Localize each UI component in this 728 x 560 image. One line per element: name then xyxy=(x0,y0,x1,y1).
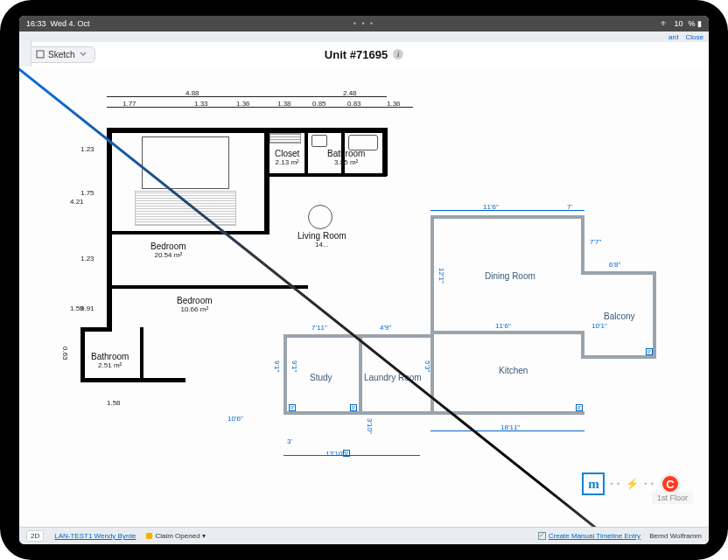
dimB: 13'10" xyxy=(326,450,345,458)
room-balcony: Balcony xyxy=(604,312,635,321)
bed-icon xyxy=(142,136,229,189)
room-bath2: Bathroom2.51 m² xyxy=(91,352,129,369)
room-dining: Dining Room xyxy=(485,271,536,281)
footer-bar: 2D LAN-TEST1 Wendy Byrde Claim Opened ▾ … xyxy=(19,527,709,544)
dimB: 5'3" xyxy=(424,360,431,372)
statusbar-date: Wed 4. Oct xyxy=(51,19,90,28)
dimB: 3' xyxy=(287,438,292,445)
sketch-label: Sketch xyxy=(48,50,75,60)
checkbox-icon xyxy=(538,532,546,540)
connector-dots-icon: • • xyxy=(610,480,620,488)
room-study: Study xyxy=(310,373,332,382)
dim: 0.91 xyxy=(80,304,94,312)
timeline-entry-link[interactable]: Create Manual Timeline Entry xyxy=(538,532,640,540)
status-bar: 16:33 Wed 4. Oct • • • ᯤ 10% ▮ xyxy=(19,16,709,32)
dimB: 12'1" xyxy=(438,268,445,284)
sketch-icon xyxy=(36,50,45,59)
room-kitchen: Kitchen xyxy=(499,366,528,375)
logo-m-icon: m xyxy=(582,472,605,495)
claim-status[interactable]: Claim Opened ▾ xyxy=(146,532,205,540)
floor-indicator[interactable]: 1st Floor xyxy=(652,492,693,504)
corner-marker: 0' xyxy=(646,348,653,355)
dimB: 6'8" xyxy=(609,261,620,269)
bathtub-icon xyxy=(348,135,378,150)
tablet-frame: 16:33 Wed 4. Oct • • • ᯤ 10% ▮ ard Close… xyxy=(0,0,728,560)
dimB: 9'1" xyxy=(290,360,298,372)
dimB: 10'6" xyxy=(228,415,243,423)
rug-icon xyxy=(135,191,236,226)
dimB: 9'1" xyxy=(273,360,281,372)
drawing-canvas[interactable]: 1.77 4.88 1.33 1.36 1.38 0.85 2.48 0.83 … xyxy=(19,66,709,527)
window-close-button[interactable]: Close xyxy=(686,33,704,41)
wifi-icon: ᯤ xyxy=(661,19,668,28)
dim: 1.23 xyxy=(80,145,94,153)
room-bedroom2: Bedroom10.66 m² xyxy=(177,296,213,313)
dim: 4.21 xyxy=(70,198,84,206)
room-bath1: Bathroom3.85 m² xyxy=(327,149,365,166)
dim: 1.75 xyxy=(80,189,94,197)
dimB: 4'9" xyxy=(380,324,391,332)
dimB: 11'6" xyxy=(495,322,511,330)
battery-pct: 10 xyxy=(674,19,682,28)
dim: 1.58 xyxy=(107,399,121,407)
sink-icon xyxy=(312,135,327,147)
dimB: 3'10" xyxy=(366,418,374,434)
floorplan-b: 11'6" 7' 7'7" 12'1" 6'8" 11'6" 10'1" 18'… xyxy=(247,180,676,495)
room-bedroom1: Bedroom20.54 m² xyxy=(150,242,186,259)
dim: 1.23 xyxy=(80,255,94,262)
bolt-icon: ⚡ xyxy=(626,478,639,490)
dimB: 7'11" xyxy=(312,324,327,332)
user-name[interactable]: Bernd Wolframm xyxy=(649,532,702,540)
window-btn-1[interactable]: ard xyxy=(668,33,679,41)
corner-marker: 0' xyxy=(576,404,583,411)
corner-marker: 0' xyxy=(289,404,296,411)
corner-marker: 0' xyxy=(343,450,350,457)
view-2d-tab[interactable]: 2D xyxy=(26,530,44,542)
dimB: 10'1" xyxy=(592,322,607,330)
info-icon[interactable]: i xyxy=(393,49,403,60)
svg-rect-0 xyxy=(37,51,44,58)
corner-marker: 0' xyxy=(350,404,357,411)
screen: 16:33 Wed 4. Oct • • • ᯤ 10% ▮ ard Close… xyxy=(19,16,709,544)
project-link[interactable]: LAN-TEST1 Wendy Byrde xyxy=(54,532,136,540)
dim: 0.63 xyxy=(61,346,69,360)
connector-dots-icon: • • xyxy=(644,480,654,488)
chevron-down-icon xyxy=(79,50,88,59)
title-text: Unit #71695 xyxy=(325,48,388,61)
dimB: 7'7" xyxy=(590,238,601,246)
closet-shelf-icon xyxy=(270,133,301,144)
clock: 16:33 xyxy=(26,19,46,28)
sketch-mode-button[interactable]: Sketch xyxy=(28,46,95,63)
page-title: Unit #71695 i xyxy=(325,48,403,61)
room-closet: Closet2.13 m² xyxy=(275,149,299,166)
window-controls-strip: ard Close xyxy=(19,32,709,42)
app-header: Sketch Unit #71695 i xyxy=(19,42,709,66)
multitask-dots-icon: • • • xyxy=(354,19,374,28)
room-laundry: Laundry Room xyxy=(364,373,422,382)
battery-icon: % ▮ xyxy=(688,19,702,28)
